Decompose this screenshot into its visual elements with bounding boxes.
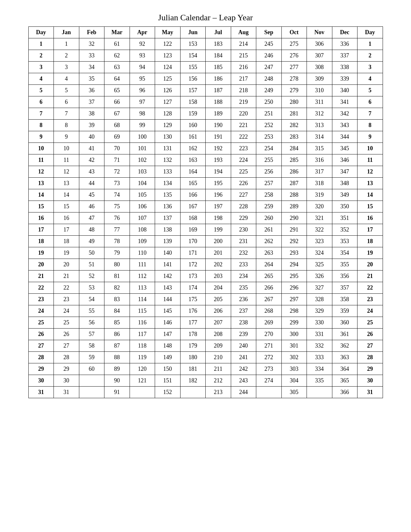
table-cell: 25 [54, 317, 79, 329]
table-cell: 32 [79, 38, 104, 50]
table-cell: 2 [357, 50, 383, 62]
table-cell: 144 [155, 294, 181, 305]
table-cell: 3 [54, 62, 79, 73]
table-cell: 1 [28, 38, 54, 50]
table-cell: 21 [28, 271, 54, 282]
table-cell: 259 [256, 201, 282, 212]
table-cell: 40 [79, 131, 104, 143]
table-cell: 38 [79, 108, 104, 120]
table-cell: 156 [180, 73, 206, 85]
table-cell: 24 [28, 305, 54, 317]
table-cell: 204 [206, 282, 231, 294]
table-cell: 92 [130, 38, 155, 50]
table-cell: 109 [130, 236, 155, 247]
table-cell: 212 [206, 375, 231, 387]
table-cell: 273 [256, 363, 282, 375]
table-cell: 352 [332, 224, 357, 236]
table-cell: 26 [357, 329, 383, 340]
table-cell: 183 [206, 38, 231, 50]
table-cell: 299 [281, 317, 307, 329]
table-cell: 2 [54, 50, 79, 62]
table-cell: 29 [54, 363, 79, 375]
table-cell: 2 [28, 50, 54, 62]
table-cell: 207 [206, 317, 231, 329]
table-cell: 90 [104, 375, 130, 387]
table-cell: 14 [54, 189, 79, 201]
table-cell: 128 [155, 108, 181, 120]
table-cell: 9 [357, 131, 383, 143]
table-cell: 148 [155, 340, 181, 352]
table-cell: 252 [256, 120, 282, 131]
table-cell: 62 [104, 50, 130, 62]
table-cell: 160 [180, 120, 206, 131]
table-cell: 345 [332, 143, 357, 154]
table-cell: 54 [79, 294, 104, 305]
table-cell: 141 [155, 259, 181, 271]
table-row: 773867981281591892202512813123427 [28, 108, 383, 120]
table-row: 883968991291601902212522823133438 [28, 120, 383, 131]
table-cell: 11 [54, 154, 79, 166]
table-cell: 176 [180, 305, 206, 317]
table-cell: 101 [130, 143, 155, 154]
table-cell: 349 [332, 189, 357, 201]
table-cell: 343 [332, 120, 357, 131]
table-cell: 302 [281, 352, 307, 363]
table-cell: 88 [104, 352, 130, 363]
table-cell: 71 [104, 154, 130, 166]
table-cell: 217 [231, 73, 256, 85]
table-cell: 234 [231, 271, 256, 282]
table-cell: 95 [130, 73, 155, 85]
table-cell: 164 [180, 166, 206, 178]
table-cell: 360 [332, 317, 357, 329]
table-cell: 29 [357, 363, 383, 375]
table-cell: 28 [54, 352, 79, 363]
table-row: 1111427110213216319322425528531634611 [28, 154, 383, 166]
table-cell: 338 [332, 62, 357, 73]
table-cell: 197 [206, 201, 231, 212]
table-cell: 17 [357, 224, 383, 236]
table-cell: 175 [180, 294, 206, 305]
table-cell: 65 [104, 85, 130, 96]
table-cell: 236 [231, 294, 256, 305]
table-cell: 283 [281, 131, 307, 143]
table-cell: 63 [104, 62, 130, 73]
table-cell: 275 [281, 38, 307, 50]
table-cell: 249 [256, 85, 282, 96]
table-cell: 337 [332, 50, 357, 62]
table-cell: 231 [231, 236, 256, 247]
table-cell: 341 [332, 96, 357, 108]
table-cell: 203 [206, 271, 231, 282]
table-cell [79, 387, 104, 398]
table-cell: 323 [307, 236, 332, 247]
table-cell: 21 [54, 271, 79, 282]
table-cell: 340 [332, 85, 357, 96]
table-cell: 112 [130, 271, 155, 282]
table-cell: 26 [54, 329, 79, 340]
table-cell: 158 [180, 96, 206, 108]
table-cell: 321 [307, 212, 332, 224]
table-cell: 253 [256, 131, 282, 143]
table-cell: 247 [256, 62, 282, 73]
table-cell: 73 [104, 178, 130, 189]
column-header-dec: Dec [332, 27, 357, 38]
table-cell: 60 [79, 363, 104, 375]
table-cell: 49 [79, 236, 104, 247]
table-cell: 162 [180, 143, 206, 154]
table-cell: 20 [54, 259, 79, 271]
table-cell: 121 [130, 375, 155, 387]
table-cell: 233 [231, 259, 256, 271]
table-cell: 122 [155, 38, 181, 50]
table-cell: 190 [206, 120, 231, 131]
table-cell: 355 [332, 259, 357, 271]
table-cell: 192 [206, 143, 231, 154]
table-cell: 8 [357, 120, 383, 131]
table-cell: 1 [54, 38, 79, 50]
table-cell: 91 [104, 387, 130, 398]
table-cell: 316 [307, 154, 332, 166]
table-cell: 320 [307, 201, 332, 212]
table-cell: 18 [28, 236, 54, 247]
table-cell: 185 [206, 62, 231, 73]
table-cell: 328 [307, 294, 332, 305]
table-cell: 86 [104, 329, 130, 340]
table-cell: 11 [357, 154, 383, 166]
